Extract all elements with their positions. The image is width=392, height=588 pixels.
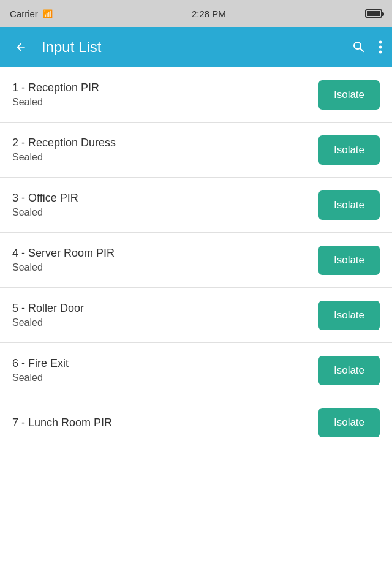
wifi-icon: 📶 (43, 9, 53, 18)
isolate-button-5[interactable]: Isolate (318, 301, 380, 330)
status-bar: Carrier 📶 2:28 PM (0, 0, 392, 27)
item-text-3: 3 - Office PIRSealed (12, 192, 78, 218)
item-name-4: 4 - Server Room PIR (12, 247, 115, 260)
list-item: 4 - Server Room PIRSealedIsolate (0, 233, 392, 288)
isolate-button-1[interactable]: Isolate (318, 80, 380, 110)
item-status-5: Sealed (12, 317, 84, 328)
more-options-icon[interactable] (379, 40, 382, 55)
item-name-1: 1 - Reception PIR (12, 81, 99, 94)
app-bar: Input List (0, 27, 392, 67)
item-name-6: 6 - Fire Exit (12, 357, 69, 370)
isolate-button-3[interactable]: Isolate (318, 190, 380, 220)
list-item: 1 - Reception PIRSealedIsolate (0, 67, 392, 123)
list-item: 6 - Fire ExitSealedIsolate (0, 343, 392, 398)
carrier-label: Carrier (10, 9, 38, 19)
isolate-button-2[interactable]: Isolate (318, 135, 380, 165)
status-right (365, 9, 382, 18)
item-text-2: 2 - Reception DuressSealed (12, 137, 116, 163)
search-icon[interactable] (352, 40, 366, 55)
app-bar-icons (352, 40, 382, 55)
item-name-7: 7 - Lunch Room PIR (12, 417, 112, 429)
item-text-6: 6 - Fire ExitSealed (12, 357, 69, 383)
input-list: 1 - Reception PIRSealedIsolate2 - Recept… (0, 67, 392, 447)
battery-icon (365, 9, 382, 18)
item-text-5: 5 - Roller DoorSealed (12, 302, 84, 328)
status-left: Carrier 📶 (10, 9, 53, 19)
svg-point-1 (379, 46, 382, 49)
page-title: Input List (42, 39, 342, 56)
svg-point-2 (379, 51, 382, 54)
item-status-6: Sealed (12, 372, 69, 383)
item-status-2: Sealed (12, 152, 116, 163)
list-item: 5 - Roller DoorSealedIsolate (0, 288, 392, 343)
item-name-3: 3 - Office PIR (12, 192, 78, 205)
back-button[interactable] (10, 36, 32, 58)
item-text-1: 1 - Reception PIRSealed (12, 81, 99, 108)
list-item: 7 - Lunch Room PIRIsolate (0, 398, 392, 447)
item-name-2: 2 - Reception Duress (12, 137, 116, 149)
isolate-button-4[interactable]: Isolate (318, 246, 380, 275)
item-status-1: Sealed (12, 97, 99, 108)
isolate-button-7[interactable]: Isolate (318, 408, 380, 437)
item-status-3: Sealed (12, 207, 78, 218)
status-time: 2:28 PM (192, 9, 226, 19)
list-item: 2 - Reception DuressSealedIsolate (0, 123, 392, 178)
item-name-5: 5 - Roller Door (12, 302, 84, 315)
item-text-7: 7 - Lunch Room PIR (12, 417, 112, 429)
item-status-4: Sealed (12, 262, 115, 273)
isolate-button-6[interactable]: Isolate (318, 356, 380, 385)
svg-point-0 (379, 41, 382, 44)
item-text-4: 4 - Server Room PIRSealed (12, 247, 115, 273)
list-item: 3 - Office PIRSealedIsolate (0, 178, 392, 233)
